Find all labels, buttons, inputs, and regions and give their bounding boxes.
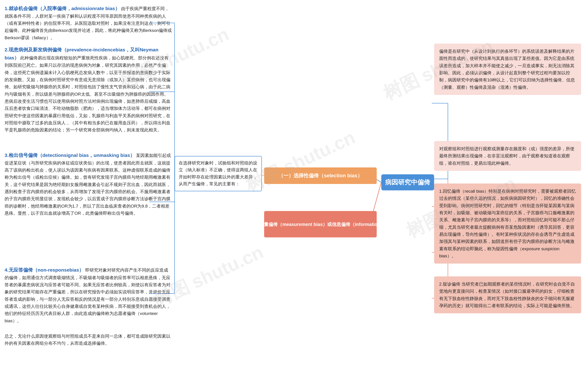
right-card-recall1: 1.回忆偏倚（recall bias）特别是在病例对照研究时，需要被观察者回忆过… [434,184,581,264]
selection-bias-label: （一）选择性偏倚（selection bias） [278,172,363,179]
right-card-top: 偏倚是在研究中（从设计到执行的各环节）的系统误差及解释结果的片面性而造成的，使研… [434,44,581,95]
connector-text: 在选择研究对象时，试验组和对照组的设立（纳入标准）不正确，使得这两组人在开始时即… [174,156,262,191]
card-2: 2.现患病例及新发病例偏倚（prevalence-incidencebias，又… [5,46,172,134]
card4-title: 4.无应答偏倚（non-responsebias） [5,267,84,273]
right-obs-content: 对观察组和对照组进行观察或测量存在频度和（或）强度的差异，所使最终所测结果出现偏… [439,146,574,166]
right-recall2-content: 2.疑诊偏倚 当研究者已如期观察者的某些情况时，在研究时会自觉不自觉地向更直接问… [439,282,575,308]
summary-card: 总之，无论什么原因使观察组与对照组成员不是来自同一总体，都可造成除研究因素以外的… [5,333,172,347]
measurement-bias-node: （二）衡量偏倚（measurement bias）或信息偏倚（informati… [264,211,377,237]
card-3: 3.检出信号偏倚（detectionsignal bias，unmasking … [5,151,172,217]
right-card-recall2: 2.疑诊偏倚 当研究者已如期观察者的某些情况时，在研究时会自觉不自觉地向更直接问… [434,276,581,313]
mindmap-container: 树图 shutu.cn 树图 shutu.cn 树图 shutu.cn 树图 s… [0,0,588,367]
central-node: 病因研究中偏倚 [381,174,434,190]
right-card-obs: 对观察组和对照组进行观察或测量存在频度和（或）强度的差异，所使最终所测结果出现偏… [434,141,581,171]
measurement-bias-label: （二）衡量偏倚（measurement bias）或信息偏倚（informati… [246,221,395,228]
summary-content: 总之，无论什么原因使观察组与对照组成员不是来自同一总体，都可造成除研究因素以外的… [5,334,170,346]
connector-text-label: 在选择研究对象时，试验组和对照组的设立（纳入标准）不正确，使得这两组人在开始时即… [179,161,257,186]
card3-title: 3.检出信号偏倚（detectionsignal bias，unmasking … [5,152,135,158]
card-1: 1.就诊机会偏倚（入院率偏倚，admissionrate bias） 由于疾病严… [5,5,172,41]
central-node-label: 病因研究中偏倚 [385,178,430,187]
right-recall1-content: 1.回忆偏倚（recall bias）特别是在病例对照研究时，需要被观察者回忆过… [439,189,576,258]
card-4: 4.无应答偏倚（non-responsebias） 即研究对象对研究内容产生不同… [5,266,172,324]
right-top-content: 偏倚是在研究中（从设计到执行的各环节）的系统误差及解释结果的片面性而造成的，使研… [439,49,575,90]
card1-content: 由于疾病严重程度不同，就医条件不同，人群对某一疾病了解和认识程度不同等原因而使患… [5,6,172,40]
card1-title: 1.就诊机会偏倚（入院率偏倚，admissionrate bias） [5,6,120,11]
card2-content: 此种偏倚易出现在病程较短的严重致死性疾病，如心肌梗死、部分例在还没有到医院前已死… [5,56,170,133]
card3-content: 某因素如能引起或促进某症状（与所研究疾病的体征或症状类似）的出现，使患者因此而去… [5,153,171,216]
selection-bias-node: （一）选择性偏倚（selection bias） [264,167,377,184]
card4-content: 即研究对象对研究内容产生不同的反应造成的偏倚，如用通信方式调查吸烟情况，不吸烟者… [5,268,170,323]
